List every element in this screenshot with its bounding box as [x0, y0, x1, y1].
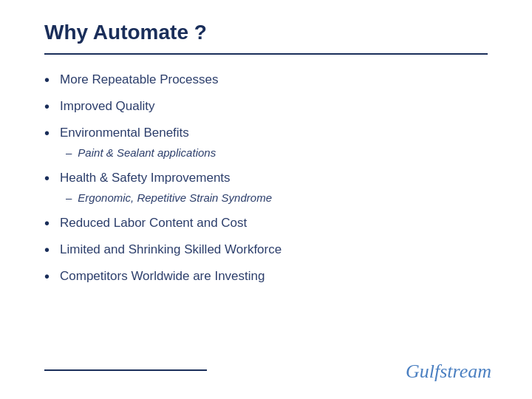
slide: Why Automate ? • More Repeatable Process…: [0, 0, 532, 399]
bullet-item-2: • Improved Quality: [44, 98, 488, 117]
bullet-dot-5: •: [44, 213, 50, 233]
bottom-divider: [44, 369, 207, 371]
sub-dash-3-1: –: [66, 145, 72, 160]
bullet-item-5: • Reduced Labor Content and Cost: [44, 214, 488, 233]
bullet-text-5: Reduced Labor Content and Cost: [60, 216, 247, 230]
bullet-item-6: • Limited and Shrinking Skilled Workforc…: [44, 241, 488, 260]
bullet-item-7: • Competitors Worldwide are Investing: [44, 267, 488, 287]
logo-text: Gulfstream: [406, 361, 491, 382]
bullet-text-6: Limited and Shrinking Skilled Workforce: [60, 242, 282, 256]
bullet-item-1: • More Repeatable Processes: [44, 71, 488, 90]
bullet-item-3: • Environmental Benefits – Paint & Seala…: [44, 124, 488, 162]
title-divider: [44, 53, 488, 55]
bullet-dot-2: •: [44, 96, 50, 117]
bullet-dot-1: •: [44, 69, 50, 90]
bullet-text-4: Health & Safety Improvements: [60, 171, 231, 185]
sub-text-4-1: Ergonomic, Repetitive Strain Syndrome: [78, 190, 272, 205]
sub-list-3: – Paint & Sealant applications: [60, 145, 216, 160]
sub-text-3-1: Paint & Sealant applications: [78, 145, 216, 160]
logo: Gulfstream: [406, 361, 491, 383]
bullet-text-1: More Repeatable Processes: [60, 72, 219, 86]
sub-item-3-1: – Paint & Sealant applications: [66, 145, 216, 160]
bullet-dot-7: •: [44, 266, 50, 287]
bullet-item-4: • Health & Safety Improvements – Ergonom…: [44, 169, 488, 207]
bullet-dot-6: •: [44, 239, 50, 260]
bullet-text-2: Improved Quality: [60, 99, 155, 113]
sub-list-4: – Ergonomic, Repetitive Strain Syndrome: [60, 190, 272, 205]
bullet-dot-3: •: [44, 123, 50, 143]
bullet-text-7: Competitors Worldwide are Investing: [60, 269, 265, 283]
bullet-list: • More Repeatable Processes • Improved Q…: [44, 71, 488, 287]
sub-item-4-1: – Ergonomic, Repetitive Strain Syndrome: [66, 190, 272, 205]
slide-title: Why Automate ?: [44, 21, 488, 44]
bullet-dot-4: •: [44, 168, 50, 188]
bullet-text-3: Environmental Benefits: [60, 126, 189, 140]
sub-dash-4-1: –: [66, 190, 72, 205]
